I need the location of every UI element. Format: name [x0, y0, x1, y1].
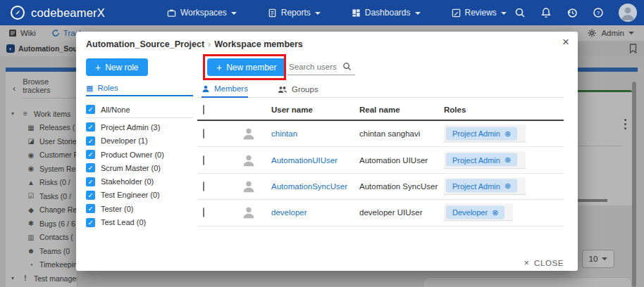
checkbox-checked[interactable]: ✓ [86, 150, 95, 159]
role-chip: Project Admin⊗ [446, 153, 517, 167]
row-checkbox[interactable] [203, 208, 204, 217]
menu-reviews[interactable]: Reviews [452, 8, 507, 18]
column-roles: Roles [444, 106, 466, 114]
checkbox-checked[interactable]: ✓ [86, 105, 95, 114]
close-icon[interactable]: × [562, 36, 569, 48]
top-nav: codebeamerX Workspaces Reports Dashboard… [0, 0, 644, 25]
menu-label: Dashboards [365, 8, 411, 18]
member-icon [202, 84, 210, 93]
table-header-row: User name Real name Roles [197, 99, 564, 121]
search-icon[interactable] [514, 7, 526, 18]
checkbox-checked[interactable]: ✓ [86, 136, 95, 146]
role-filter-product-owner[interactable]: ✓Product Owner (0) [86, 148, 193, 161]
checkbox-checked[interactable]: ✓ [86, 177, 95, 186]
briefcase-icon [167, 8, 176, 18]
search-users-field [287, 58, 355, 75]
table-row: chintan chintan sanghavi Project Admin⊗ [197, 121, 564, 147]
role-filter-project-admin[interactable]: ✓Project Admin (3) [86, 120, 193, 134]
new-member-button[interactable]: + New member [207, 58, 286, 76]
username-link[interactable]: chintan [271, 129, 297, 138]
menu-label: Reviews [465, 8, 497, 18]
role-filter-scrum-master[interactable]: ✓Scrum Master (0) [86, 161, 193, 174]
members-panel: Members Groups User name Real name Roles [197, 81, 564, 227]
role-filter-test-lead[interactable]: ✓Test Lead (0) [86, 215, 193, 229]
close-button[interactable]: × CLOSE [524, 257, 564, 268]
remove-role-icon[interactable]: ⊗ [492, 208, 498, 217]
table-row: developer developer UIUser Developer⊗ [197, 200, 564, 226]
tab-groups[interactable]: Groups [278, 85, 318, 97]
username-link[interactable]: developer [271, 208, 307, 217]
divider [86, 117, 193, 118]
new-role-label: New role [105, 63, 138, 72]
plus-icon: + [216, 63, 222, 72]
role-chip-label: Project Admin [452, 181, 500, 190]
role-filter-tester[interactable]: ✓Tester (0) [86, 202, 193, 215]
search-users-input[interactable] [287, 62, 342, 72]
user-avatar[interactable] [619, 4, 637, 22]
roles-cell: Project Admin⊗ [444, 151, 526, 169]
close-label: CLOSE [534, 259, 564, 267]
role-label: Developer (1) [101, 136, 148, 145]
tab-members[interactable]: Members [202, 84, 248, 98]
checkbox-checked[interactable]: ✓ [86, 163, 95, 172]
close-icon: × [524, 257, 529, 268]
plus-icon: + [95, 63, 101, 72]
row-checkbox[interactable] [203, 182, 204, 191]
help-icon[interactable]: ? [593, 7, 604, 18]
menu-label: Workspaces [180, 8, 227, 18]
row-checkbox[interactable] [203, 156, 204, 165]
roles-cell: Project Admin⊗ [444, 177, 526, 195]
avatar [241, 153, 256, 168]
role-label: Product Owner (0) [101, 151, 164, 159]
menu-label: Reports [281, 8, 311, 18]
brand-name: codebeamerX [31, 6, 105, 20]
breadcrumb: Automation_Source_Project › Workspace me… [86, 39, 303, 49]
username-link[interactable]: AutomationUIUser [271, 156, 338, 165]
username-link[interactable]: AutomationSyncUser [271, 182, 347, 191]
role-filter-developer[interactable]: ✓Developer (1) [86, 134, 193, 148]
new-role-button[interactable]: + New role [86, 58, 148, 76]
members-groups-tabs: Members Groups [197, 81, 564, 98]
chevron-down-icon [231, 12, 237, 15]
column-real-name: Real name [359, 106, 400, 114]
checkbox-checked[interactable]: ✓ [86, 122, 95, 132]
notifications-bell-icon[interactable] [540, 7, 552, 18]
chevron-down-icon [501, 12, 507, 15]
roles-cell: Project Admin⊗ [444, 125, 526, 143]
codebeamer-logo-icon [10, 5, 25, 20]
select-all-checkbox[interactable] [203, 106, 204, 114]
dashboard-icon [352, 8, 361, 18]
new-member-label: New member [226, 63, 276, 72]
svg-text:?: ? [597, 10, 600, 16]
avatar [241, 179, 256, 194]
review-icon [452, 8, 461, 18]
row-checkbox[interactable] [203, 129, 204, 138]
avatar [241, 205, 256, 220]
breadcrumb-project[interactable]: Automation_Source_Project [86, 39, 204, 49]
avatar [241, 126, 256, 141]
menu-reports[interactable]: Reports [268, 8, 321, 18]
remove-role-icon[interactable]: ⊗ [504, 155, 511, 165]
tab-roles[interactable]: ▦ Roles [86, 81, 193, 96]
breadcrumb-separator: › [208, 39, 211, 49]
menu-workspaces[interactable]: Workspaces [167, 8, 237, 18]
checkbox-checked[interactable]: ✓ [86, 204, 95, 213]
chevron-down-icon [315, 12, 321, 15]
role-label: Test Lead (0) [101, 218, 146, 227]
role-label: All/None [101, 106, 130, 114]
role-filter-all-none[interactable]: ✓All/None [86, 103, 193, 116]
history-icon[interactable] [566, 7, 578, 18]
role-filter-stakeholder[interactable]: ✓Stakeholder (0) [86, 174, 193, 188]
search-icon[interactable] [342, 62, 352, 71]
table-row: AutomationUIUser Automation UIUser Proje… [197, 147, 564, 173]
menu-dashboards[interactable]: Dashboards [352, 8, 421, 18]
real-name: Automation SyncUser [359, 182, 438, 191]
checkbox-checked[interactable]: ✓ [86, 191, 95, 200]
column-user-name: User name [271, 106, 313, 114]
role-filter-test-engineer[interactable]: ✓Test Engineer (0) [86, 189, 193, 202]
remove-role-icon[interactable]: ⊗ [504, 129, 511, 138]
roles-panel: ▦ Roles ✓All/None ✓Project Admin (3) ✓De… [86, 81, 193, 229]
remove-role-icon[interactable]: ⊗ [504, 181, 511, 191]
brand[interactable]: codebeamerX [0, 5, 105, 20]
checkbox-checked[interactable]: ✓ [86, 218, 95, 227]
